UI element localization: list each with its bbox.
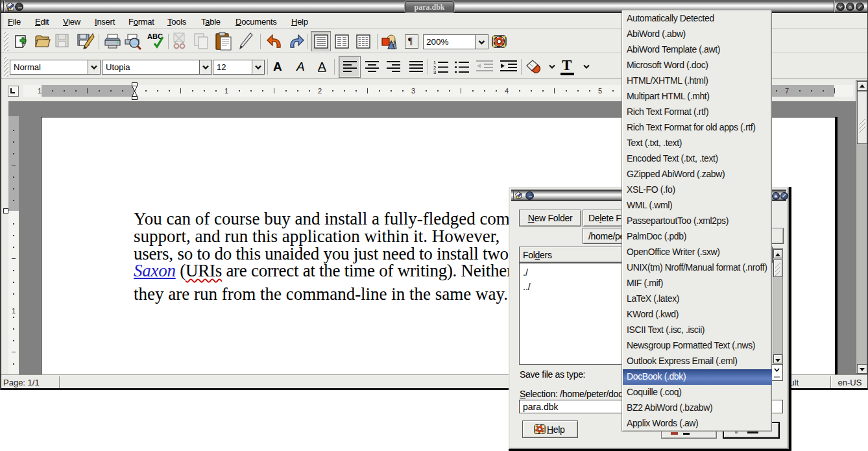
svg-text:3: 3 [433,69,436,75]
